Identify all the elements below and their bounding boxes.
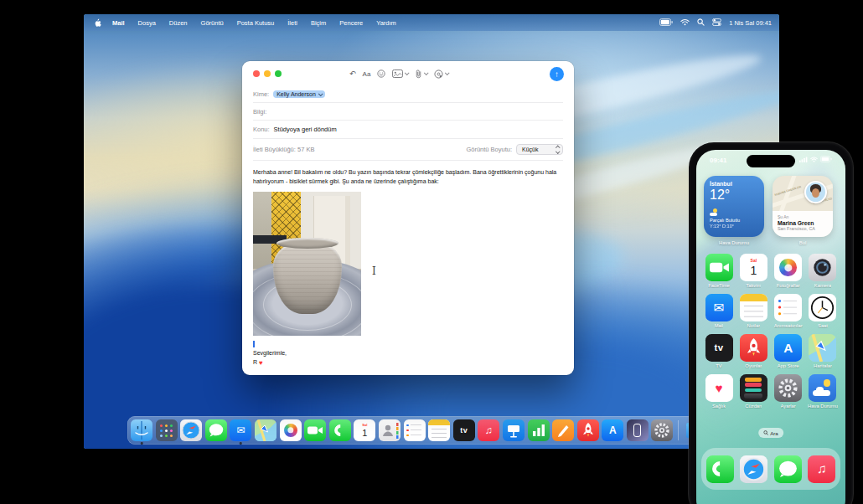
phone-icon[interactable] [706,455,734,483]
messages-icon[interactable] [774,455,802,483]
battery-icon[interactable] [659,18,673,28]
music-icon[interactable]: ♫ [808,455,835,483]
iphone-device: 09:41 İstanbul 12° Parçalı Bulutlu Y:13°… [689,142,853,504]
contacts-icon[interactable] [379,419,400,441]
attach-button[interactable] [415,69,427,79]
menu-goruntu[interactable]: Görüntü [194,19,230,27]
image-size-popup[interactable]: Küçük [516,144,563,155]
spotlight-search-pill[interactable]: Ara [758,428,783,438]
finder-icon[interactable] [131,419,152,441]
message-size-value: 57 KB [297,146,314,153]
music-icon[interactable]: ♫ [478,419,499,441]
maps-icon[interactable] [809,334,836,362]
window-titlebar: ↶ Aa ↑ [242,61,574,86]
weather-widget[interactable]: İstanbul 12° Parçalı Bulutlu Y:13° D:10° [704,176,764,237]
phone-icon[interactable] [329,419,351,441]
reminders-icon[interactable] [404,419,426,441]
closing-line: Sevgilerimle, [253,349,563,358]
apple-tv-icon[interactable]: tv [705,334,733,362]
facetime-icon[interactable] [304,419,326,441]
facetime-icon[interactable] [705,254,733,281]
menu-ileti[interactable]: İleti [281,19,304,27]
games-icon[interactable] [577,419,599,441]
image-size-label: Görüntü Boyutu: [466,146,512,153]
menu-duzen[interactable]: Düzen [163,19,194,27]
keynote-icon[interactable] [503,419,525,441]
recipient-token[interactable]: Kelly Anderson [273,90,325,98]
calendar-icon[interactable]: Sal1 [354,419,375,441]
maps-icon[interactable] [255,419,276,441]
app-store-icon[interactable]: A [602,419,623,441]
app-store-icon[interactable]: A [774,334,802,362]
numbers-icon[interactable] [528,419,550,441]
camera-icon[interactable] [809,254,836,281]
signature: R [253,358,257,368]
reminders-icon[interactable] [774,294,802,321]
menu-yardim[interactable]: Yardım [369,19,403,27]
wifi-icon[interactable] [680,18,690,28]
heart-icon: ♥ [259,358,263,368]
safari-icon[interactable] [180,419,202,441]
pages-icon[interactable] [552,419,574,441]
games-icon[interactable] [740,334,767,362]
minimize-button[interactable] [264,70,271,77]
zoom-button[interactable] [275,70,282,77]
close-button[interactable] [253,70,260,77]
wallet-icon[interactable] [740,374,767,402]
photo-browser-button[interactable] [392,69,408,78]
menu-dosya[interactable]: Dosya [132,19,163,27]
send-button[interactable]: ↑ [550,67,564,81]
calendar-icon[interactable]: Sal1 [740,254,767,281]
message-body[interactable]: Merhaba anne! Bil bakalım ne oldu? Bu ya… [242,161,574,368]
mail-icon[interactable]: ✉ [705,294,733,321]
emoji-button[interactable] [377,66,385,81]
findmy-widget[interactable]: MARINA GREEN DR MARINA BLVD Şu An Marina… [773,176,833,237]
running-indicator [141,442,143,445]
subject-label: Konu: [253,126,270,133]
photos-icon[interactable] [280,419,302,441]
cc-field[interactable]: Bilgi: [253,103,563,121]
iphone-home-grid: FaceTime Sal1Takvim Fotoğraflar Kamera ✉… [696,254,845,414]
messages-icon[interactable] [205,419,227,441]
health-icon[interactable]: ♥ [705,374,733,402]
apple-tv-icon[interactable]: tv [453,419,475,441]
launchpad-icon[interactable] [156,419,178,441]
notes-icon[interactable] [428,419,450,441]
clock-icon[interactable] [809,294,836,321]
safari-icon[interactable] [740,455,767,483]
undo-icon[interactable]: ↶ [349,69,356,78]
cellular-signal-icon [799,157,808,164]
mail-icon[interactable]: ✉ [230,419,251,441]
notes-icon[interactable] [740,294,767,321]
weather-icon[interactable] [809,374,836,402]
system-settings-icon[interactable] [651,419,673,441]
avatar [804,181,827,203]
menu-posta-kutusu[interactable]: Posta Kutusu [230,19,282,27]
pottery-photo-attachment[interactable] [253,192,361,336]
format-button[interactable]: Aa [363,70,371,78]
to-label: Kime: [253,90,269,98]
partly-cloudy-icon [710,210,718,216]
control-center-icon[interactable] [712,18,721,28]
settings-icon[interactable] [774,374,802,402]
body-paragraph: Merhaba anne! Bil bakalım ne oldu? Bu ya… [253,168,563,186]
apple-menu-icon[interactable] [94,18,101,28]
dock-separator [678,420,679,440]
menu-pencere[interactable]: Pencere [333,19,369,27]
mail-compose-window: ↶ Aa ↑ Kime: [242,61,574,375]
menu-bar-clock[interactable]: 1 Nis Sal 09:41 [729,19,772,27]
menu-app-name[interactable]: Mail [106,19,132,27]
subject-field[interactable]: Konu: Stüdyoya geri döndüm [253,121,563,139]
message-size-label: İleti Büyüklüğü: [253,146,296,153]
photos-icon[interactable] [774,254,802,281]
search-icon[interactable] [697,18,705,28]
ibeam-cursor: I [372,265,376,277]
to-field[interactable]: Kime: Kelly Anderson [253,86,563,103]
clay-pot [273,240,342,314]
insert-extension-button[interactable] [434,69,448,79]
menu-bicim[interactable]: Biçim [304,19,333,27]
chevron-down-icon [445,70,450,75]
cc-label: Bilgi: [253,108,266,116]
text-caret [253,341,255,347]
iphone-mirroring-icon[interactable] [627,419,649,441]
